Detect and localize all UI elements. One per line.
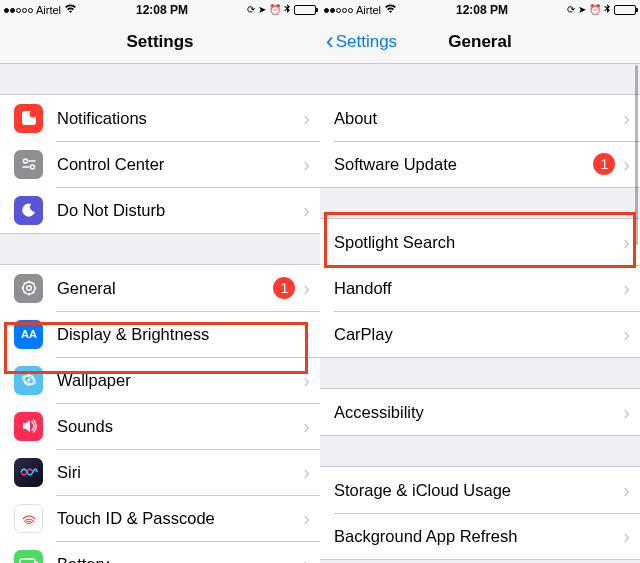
row-handoff[interactable]: Handoff ›	[320, 265, 640, 311]
row-general[interactable]: General 1 ›	[0, 265, 320, 311]
row-label: Background App Refresh	[334, 527, 623, 546]
row-carplay[interactable]: CarPlay ›	[320, 311, 640, 357]
location-icon: ➤	[258, 5, 266, 15]
chevron-right-icon: ›	[303, 278, 310, 298]
row-touch-id-passcode[interactable]: Touch ID & Passcode ›	[0, 495, 320, 541]
row-label: Accessibility	[334, 403, 623, 422]
row-storage-icloud[interactable]: Storage & iCloud Usage ›	[320, 467, 640, 513]
battery-icon	[294, 5, 316, 15]
chevron-right-icon: ›	[303, 554, 310, 563]
chevron-right-icon: ›	[303, 108, 310, 128]
rotation-lock-icon: ⟳	[247, 5, 255, 15]
svg-line-12	[23, 283, 24, 284]
svg-point-18	[27, 378, 30, 381]
row-label: Siri	[57, 463, 303, 482]
status-right: ⟳ ➤ ⏰	[567, 4, 636, 17]
chevron-right-icon: ›	[623, 324, 630, 344]
list-group: Storage & iCloud Usage › Background App …	[320, 466, 640, 560]
rotation-lock-icon: ⟳	[567, 5, 575, 15]
row-display-brightness[interactable]: AA Display & Brightness ›	[0, 311, 320, 357]
row-label: Storage & iCloud Usage	[334, 481, 623, 500]
scrollbar[interactable]	[635, 65, 638, 563]
row-label: General	[57, 279, 273, 298]
status-left: Airtel	[324, 4, 397, 16]
status-bar: Airtel 12:08 PM ⟳ ➤ ⏰	[0, 0, 320, 20]
carrier-label: Airtel	[356, 4, 381, 16]
control-center-icon	[14, 150, 43, 179]
general-icon	[14, 274, 43, 303]
page-title: Settings	[126, 32, 193, 52]
alarm-icon: ⏰	[589, 5, 601, 15]
row-label: Wallpaper	[57, 371, 303, 390]
chevron-right-icon: ›	[623, 278, 630, 298]
page-title: General	[448, 32, 511, 52]
chevron-right-icon: ›	[623, 154, 630, 174]
chevron-right-icon: ›	[303, 200, 310, 220]
notifications-icon	[14, 104, 43, 133]
wifi-icon	[384, 4, 397, 16]
badge: 1	[593, 153, 615, 175]
list-group: Spotlight Search › Handoff › CarPlay ›	[320, 218, 640, 358]
list-group: Notifications › Control Center › Do Not …	[0, 94, 320, 234]
row-label: Spotlight Search	[334, 233, 623, 252]
nav-bar: ‹ Settings General	[320, 20, 640, 64]
row-label: Touch ID & Passcode	[57, 509, 303, 528]
svg-point-2	[23, 159, 27, 163]
chevron-right-icon: ›	[623, 402, 630, 422]
row-label: Display & Brightness	[57, 325, 303, 344]
row-label: Do Not Disturb	[57, 201, 303, 220]
row-background-app-refresh[interactable]: Background App Refresh ›	[320, 513, 640, 559]
status-bar: Airtel 12:08 PM ⟳ ➤ ⏰	[320, 0, 640, 20]
chevron-right-icon: ›	[303, 324, 310, 344]
row-control-center[interactable]: Control Center ›	[0, 141, 320, 187]
siri-icon	[14, 458, 43, 487]
carrier-label: Airtel	[36, 4, 61, 16]
row-label: Notifications	[57, 109, 303, 128]
back-button[interactable]: ‹ Settings	[326, 30, 397, 53]
row-notifications[interactable]: Notifications ›	[0, 95, 320, 141]
bluetooth-icon	[604, 4, 611, 17]
status-right: ⟳ ➤ ⏰	[247, 4, 316, 17]
svg-rect-20	[20, 559, 35, 563]
row-siri[interactable]: Siri ›	[0, 449, 320, 495]
chevron-right-icon: ›	[623, 480, 630, 500]
chevron-right-icon: ›	[623, 526, 630, 546]
scrollbar-thumb[interactable]	[635, 65, 638, 245]
svg-line-15	[32, 283, 33, 284]
wallpaper-icon	[14, 366, 43, 395]
battery-icon	[614, 5, 636, 15]
row-label: Battery	[57, 555, 303, 564]
row-do-not-disturb[interactable]: Do Not Disturb ›	[0, 187, 320, 233]
display-icon: AA	[14, 320, 43, 349]
svg-line-13	[32, 292, 33, 293]
back-label: Settings	[336, 32, 397, 52]
row-sounds[interactable]: Sounds ›	[0, 403, 320, 449]
settings-content[interactable]: Notifications › Control Center › Do Not …	[0, 64, 320, 563]
battery-settings-icon	[14, 550, 43, 564]
chevron-left-icon: ‹	[326, 30, 334, 53]
row-label: Control Center	[57, 155, 303, 174]
row-wallpaper[interactable]: Wallpaper ›	[0, 357, 320, 403]
dnd-icon	[14, 196, 43, 225]
row-about[interactable]: About ›	[320, 95, 640, 141]
status-left: Airtel	[4, 4, 77, 16]
row-software-update[interactable]: Software Update 1 ›	[320, 141, 640, 187]
row-spotlight-search[interactable]: Spotlight Search ›	[320, 219, 640, 265]
chevron-right-icon: ›	[303, 508, 310, 528]
chevron-right-icon: ›	[623, 108, 630, 128]
row-label: About	[334, 109, 623, 128]
general-content[interactable]: About › Software Update 1 › Spotlight Se…	[320, 64, 640, 563]
status-time: 12:08 PM	[136, 3, 188, 17]
row-accessibility[interactable]: Accessibility ›	[320, 389, 640, 435]
svg-point-4	[30, 165, 34, 169]
chevron-right-icon: ›	[623, 232, 630, 252]
nav-bar: Settings	[0, 20, 320, 64]
sounds-icon	[14, 412, 43, 441]
row-label: Software Update	[334, 155, 593, 174]
list-group: Accessibility ›	[320, 388, 640, 436]
row-label: Sounds	[57, 417, 303, 436]
row-battery[interactable]: Battery ›	[0, 541, 320, 563]
list-group: General 1 › AA Display & Brightness › Wa…	[0, 264, 320, 563]
chevron-right-icon: ›	[303, 416, 310, 436]
list-group: About › Software Update 1 ›	[320, 94, 640, 188]
